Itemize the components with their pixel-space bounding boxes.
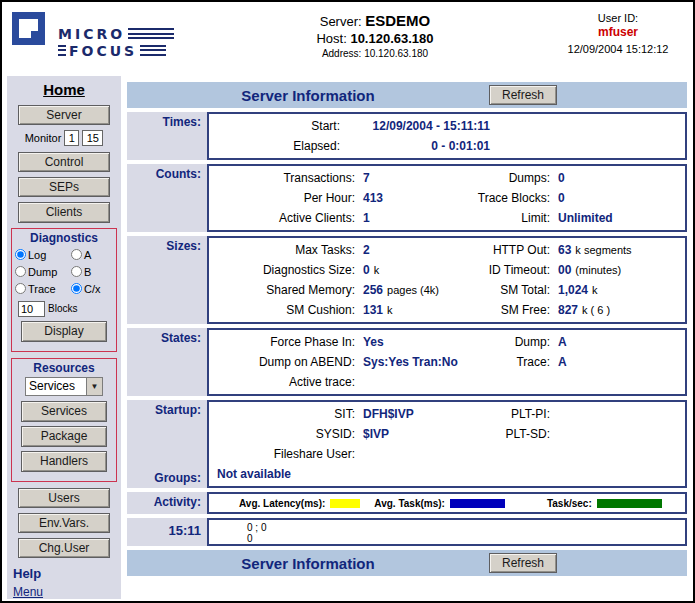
- logo-stripes-icon: [140, 45, 166, 56]
- users-button[interactable]: Users: [18, 488, 110, 508]
- monitor-input-1[interactable]: [64, 130, 79, 146]
- field-label: SM Free:: [455, 303, 550, 317]
- server-info-title: Server Information: [127, 555, 489, 572]
- refresh-button[interactable]: Refresh: [489, 553, 557, 573]
- server-info-header-top: Server Information Refresh: [127, 82, 687, 108]
- field-label: Active Clients:: [215, 211, 355, 225]
- radio-a-label: A: [84, 249, 91, 261]
- logo-square-fill: [31, 31, 45, 45]
- field-label: ID Timeout:: [455, 263, 550, 277]
- radio-a[interactable]: [71, 249, 82, 260]
- server-info-rows: Times: Start: 12/09/2004 - 15:11:11 Elap…: [127, 112, 687, 546]
- radio-log[interactable]: [15, 249, 26, 260]
- field-label: Dumps:: [455, 171, 550, 185]
- times-box: Start: 12/09/2004 - 15:11:11 Elapsed: 0 …: [207, 112, 687, 160]
- field-label: Trace Blocks:: [455, 191, 550, 205]
- field-label: PLT-PI:: [455, 407, 550, 421]
- display-button[interactable]: Display: [21, 321, 107, 342]
- monitor-row: Monitor: [25, 130, 104, 146]
- field-value: 00: [558, 263, 571, 277]
- field-label: SM Cushion:: [215, 303, 355, 317]
- help-heading: Help: [13, 566, 43, 581]
- activity-values-line: 0: [247, 533, 679, 544]
- control-button[interactable]: Control: [18, 152, 110, 172]
- field-value-cell: 1,024k: [550, 283, 679, 297]
- resources-panel: Resources Services ▼ Services Package Ha…: [11, 358, 117, 482]
- radio-b-label: B: [84, 266, 91, 278]
- startup-box: SIT: DFH$IVP PLT-PI: SYSID: $IVP PLT-SD:: [207, 400, 687, 488]
- package-button[interactable]: Package: [21, 426, 107, 447]
- radio-dump[interactable]: [15, 266, 26, 277]
- activity-row-label: Activity:: [127, 492, 207, 514]
- menu-link[interactable]: Menu: [13, 585, 43, 599]
- task-ms-bar: [450, 499, 505, 508]
- field-value: 131: [363, 303, 383, 317]
- chevron-down-icon[interactable]: ▼: [86, 378, 102, 395]
- server-button[interactable]: Server: [18, 105, 110, 125]
- radio-b[interactable]: [71, 266, 82, 277]
- field-value: 1: [355, 211, 455, 225]
- field-label: Fileshare User:: [215, 447, 355, 461]
- env-vars-button[interactable]: Env.Vars.: [18, 513, 110, 533]
- seps-button[interactable]: SEPs: [18, 177, 110, 197]
- activity-legend: Avg. Latency(ms): Avg. Task(ms): Task/se…: [239, 498, 679, 509]
- sizes-row-label: Sizes:: [127, 236, 207, 324]
- radio-option-trace[interactable]: Trace: [15, 281, 71, 297]
- field-label: Diagnostics Size:: [215, 263, 355, 277]
- timestamp: 12/09/2004 15:12:12: [553, 43, 683, 55]
- field-label: Shared Memory:: [215, 283, 355, 297]
- legend-label: Avg. Latency(ms):: [239, 498, 325, 509]
- field-value: A: [550, 335, 679, 349]
- micro-focus-logo-icon: [12, 12, 50, 50]
- radio-cx[interactable]: [71, 283, 82, 294]
- services-button[interactable]: Services: [21, 401, 107, 422]
- server-identity-block: Server: ESDEMO Host: 10.120.63.180 Addre…: [197, 10, 553, 74]
- field-unit: k ( 6 ): [582, 304, 610, 316]
- field-label: Per Hour:: [215, 191, 355, 205]
- field-label: Active trace:: [215, 375, 355, 389]
- logo-stripes-icon: [58, 45, 66, 56]
- states-row-label: States:: [127, 328, 207, 396]
- field-label: SIT:: [215, 407, 355, 421]
- blocks-input[interactable]: [18, 301, 45, 317]
- field-unit: (minutes): [575, 264, 621, 276]
- field-value-cell: 827k ( 6 ): [550, 303, 679, 317]
- server-info-header-bottom: Server Information Refresh: [127, 550, 687, 576]
- field-label: Transactions:: [215, 171, 355, 185]
- field-value: 413: [355, 191, 455, 205]
- blocks-row: Blocks: [12, 301, 77, 317]
- activity-values-row: 15:11 0 ; 0 0: [127, 518, 687, 546]
- chg-user-button[interactable]: Chg.User: [18, 538, 110, 558]
- sizes-box: Max Tasks: 2 HTTP Out: 63k segments Diag…: [207, 236, 687, 324]
- resources-dropdown[interactable]: Services ▼: [25, 377, 103, 396]
- field-unit: k: [374, 264, 380, 276]
- field-label: Elapsed:: [215, 139, 340, 153]
- radio-trace[interactable]: [15, 283, 26, 294]
- monitor-input-2[interactable]: [82, 130, 103, 146]
- radio-option-cx[interactable]: C/x: [71, 281, 113, 297]
- radio-option-log[interactable]: Log: [15, 247, 71, 263]
- field-value: Unlimited: [550, 211, 679, 225]
- activity-row: Activity: Avg. Latency(ms): Avg. Task(ms…: [127, 492, 687, 514]
- diagnostics-title: Diagnostics: [30, 231, 98, 245]
- field-label: Limit:: [455, 211, 550, 225]
- startup-label: Startup:: [127, 403, 201, 417]
- counts-row: Counts: Transactions: 7 Dumps: 0 Per Hou…: [127, 164, 687, 232]
- resources-title: Resources: [33, 361, 94, 375]
- refresh-button[interactable]: Refresh: [489, 85, 557, 105]
- startup-row-label: Startup: Groups:: [127, 400, 207, 488]
- field-value-cell: 63k segments: [550, 243, 679, 257]
- admin-console-page: MICRO FOCUS Server: ESDEMO Host: 10.120.…: [0, 0, 695, 603]
- home-link[interactable]: Home: [43, 81, 85, 98]
- user-id-value: mfuser: [553, 25, 683, 39]
- field-value: 12/09/2004 - 15:11:11: [340, 119, 490, 133]
- host-label: Host:: [316, 31, 346, 46]
- field-value-cell: 00(minutes): [550, 263, 679, 277]
- field-label: HTTP Out:: [455, 243, 550, 257]
- radio-option-dump[interactable]: Dump: [15, 264, 71, 280]
- clients-button[interactable]: Clients: [18, 202, 110, 222]
- radio-option-b[interactable]: B: [71, 264, 113, 280]
- handlers-button[interactable]: Handlers: [21, 451, 107, 472]
- radio-option-a[interactable]: A: [71, 247, 113, 263]
- field-unit: pages (4k): [387, 284, 439, 296]
